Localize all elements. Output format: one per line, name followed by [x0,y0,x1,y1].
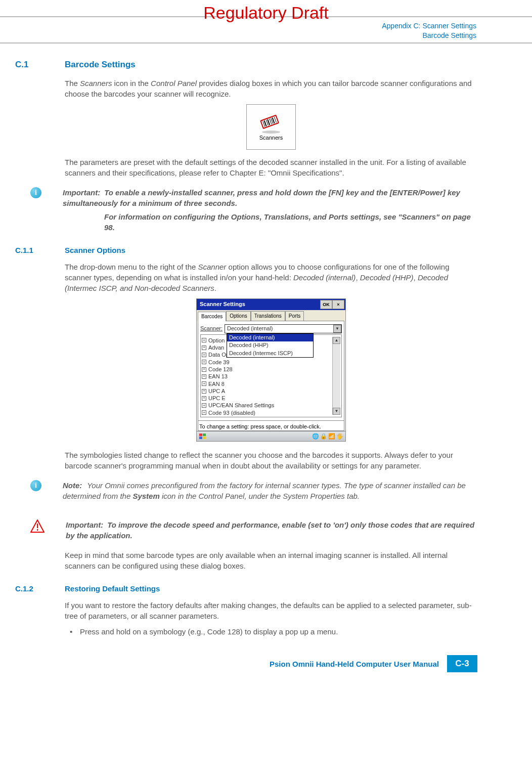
svg-rect-16 [37,524,38,528]
info-icon: i [30,187,41,198]
scrollbar[interactable]: ▲ ▼ [332,337,340,415]
tree-label: UPC E [208,395,226,402]
tree-item[interactable]: +EAN 8 [202,380,332,387]
section-c12-number: C.1.2 [15,583,46,594]
tree-label: EAN 13 [208,373,228,380]
warning-icon [30,520,45,533]
svg-rect-12 [203,434,206,436]
c11-paragraph-2: The symbologies listed change to reflect… [65,450,477,471]
tab-translations[interactable]: Translations [251,311,285,321]
tree-item[interactable]: +UPC E [202,395,332,402]
expand-icon[interactable]: + [202,346,206,350]
tree-item[interactable]: +Code 93 (disabled) [202,409,332,416]
dropdown-option[interactable]: Decoded (Intermec ISCP) [227,350,313,357]
text-fragment: , [414,273,418,282]
important-label: Important: [66,520,105,530]
expand-icon[interactable]: + [202,410,206,415]
tree-item[interactable]: +UPC A [202,387,332,395]
note-label: Note: [63,480,85,491]
section-c11-heading: C.1.1 Scanner Options [15,245,477,255]
tray-icon[interactable]: 🌐 [312,433,319,440]
expand-icon[interactable]: + [202,396,206,401]
hint-text: To change a setting: press space, or dou… [198,421,344,431]
expand-icon[interactable]: + [202,403,206,408]
page-footer: Psion Omnii Hand-Held Computer User Manu… [15,655,477,672]
tree-label: UPC A [208,387,225,395]
header-line-2: Barcode Settings [0,31,476,40]
section-c11-title: Scanner Options [65,245,125,255]
tab-strip: Barcodes Options Translations Ports [197,310,345,321]
important-note-1: i Important: To enable a newly-installed… [30,187,477,233]
scroll-down-icon[interactable]: ▼ [333,408,340,415]
footer-manual-title: Psion Omnii Hand-Held Computer User Manu… [270,659,439,669]
expand-icon[interactable]: + [202,360,206,364]
tree-label: EAN 8 [208,380,225,387]
expand-icon[interactable]: + [202,353,206,357]
scanner-select[interactable]: Decoded (internal) ▼ [225,324,342,333]
tab-ports[interactable]: Ports [285,311,304,321]
window-title: Scanner Settings [200,300,245,308]
scroll-up-icon[interactable]: ▲ [333,337,340,344]
tree-item[interactable]: +EAN 13 [202,373,332,380]
barcode-scanner-icon [258,112,284,134]
tab-options[interactable]: Options [226,311,250,321]
tray-icon[interactable]: 🔒 [320,433,327,440]
tray-icon[interactable]: 🖐 [336,433,343,440]
tree-label: Code 39 [208,359,230,366]
text-fragment: , [356,273,360,282]
scanner-dropdown-list[interactable]: Decoded (internal) Decoded (HHP) Decoded… [227,333,314,358]
note-1-text-b: System [132,492,159,500]
text-fragment: . [214,284,216,292]
taskbar: 🌐 🔒 📶 🖐 [197,431,345,441]
svg-rect-14 [203,437,206,439]
c1-paragraph-2: The parameters are preset with the defau… [65,157,477,178]
important-1-body: Important: To enable a newly-installed s… [63,187,477,233]
text-fragment: The [65,79,80,88]
important-label: Important: [63,187,102,198]
page-number-badge: C-3 [447,655,477,672]
dropdown-option[interactable]: Decoded (internal) [227,334,313,341]
text-fragment: The drop-down menu to the right of the [65,263,198,271]
paragraph-after-important-2: Keep in mind that some barcode types are… [65,550,477,571]
start-icon[interactable] [199,433,207,440]
expand-icon[interactable]: + [202,338,206,342]
expand-icon[interactable]: + [202,389,206,394]
expand-icon[interactable]: + [202,381,206,386]
tab-panel: Scanner: Decoded (internal) ▼ Decoded (i… [198,321,344,421]
dropdown-arrow-icon[interactable]: ▼ [333,325,341,333]
important-1-line-1: To enable a newly-installed scanner, pre… [63,188,460,207]
section-c12-heading: C.1.2 Restoring Default Settings [15,583,477,594]
tree-item[interactable]: +UPC/EAN Shared Settings [202,402,332,409]
important-note-2: Important: To improve the decode speed a… [30,520,477,541]
tab-barcodes[interactable]: Barcodes [198,312,226,321]
tree-item[interactable]: +Code 128 [202,366,332,373]
scanners-icon-caption: Scanners [259,134,283,142]
c12-bullet-1: Press and hold on a symbology (e.g., Cod… [65,626,477,637]
section-c1-heading: C.1 Barcode Settings [15,59,477,71]
close-button[interactable]: × [332,300,344,309]
window-titlebar: Scanner Settings OK × [197,299,345,310]
note-1-body: Note: Your Omnii comes preconfigured fro… [63,480,477,501]
expand-icon[interactable]: + [202,374,206,379]
system-tray: 🌐 🔒 📶 🖐 [312,433,343,440]
section-c12-title: Restoring Default Settings [65,583,160,594]
svg-rect-13 [199,437,202,439]
ok-button[interactable]: OK [320,300,332,309]
expand-icon[interactable]: + [202,367,206,372]
c12-bullet-list: Press and hold on a symbology (e.g., Cod… [65,626,477,637]
dropdown-option[interactable]: Decoded (HHP) [227,341,313,349]
tree-label: Code 93 (disabled) [208,409,255,416]
scanner-select-value: Decoded (internal) [227,325,273,332]
tray-signal-icon[interactable]: 📶 [328,433,335,440]
text-italic-scanner: Scanner [198,263,227,271]
section-c1-number: C.1 [15,59,46,71]
scanners-icon-figure: Scanners [246,104,296,150]
text-italic-decoded-internal: Decoded (internal) [293,273,356,282]
tree-item[interactable]: +Code 39 [202,359,332,366]
c1-paragraph-1: The Scanners icon in the Control Panel p… [65,78,477,99]
important-2-text: To improve the decode speed and performa… [66,521,474,540]
tree-label: Code 128 [208,366,233,373]
important-1-line-2: For information on configuring the Optio… [104,211,477,233]
section-c11-number: C.1.1 [15,245,46,255]
tree-label: UPC/EAN Shared Settings [208,402,274,409]
